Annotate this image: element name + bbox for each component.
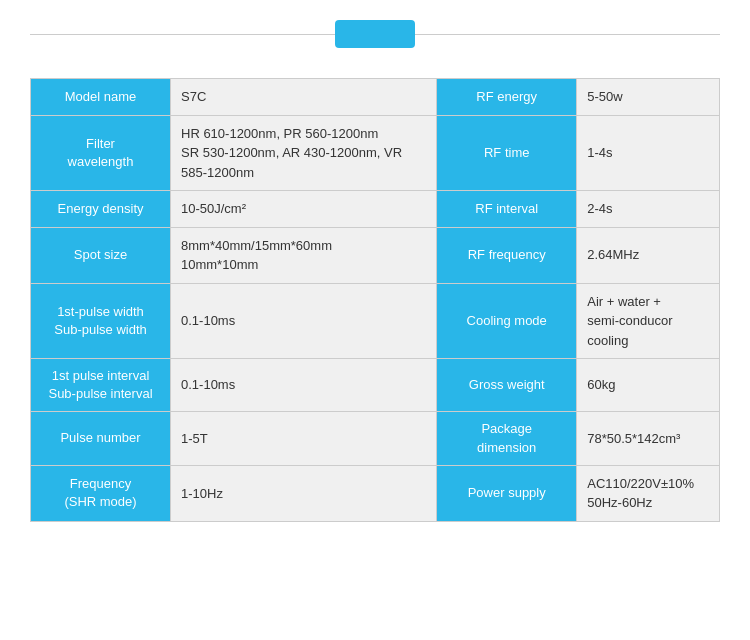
header-section bbox=[30, 20, 720, 48]
page: Model nameS7CRF energy5-50wFilterwavelen… bbox=[0, 0, 750, 640]
left-value-cell: 0.1-10ms bbox=[171, 283, 437, 359]
right-label-cell: RF energy bbox=[437, 79, 577, 116]
right-label-cell: RF interval bbox=[437, 191, 577, 228]
right-label-cell: Power supply bbox=[437, 465, 577, 521]
right-label-cell: Packagedimension bbox=[437, 412, 577, 465]
table-row: Spot size8mm*40mm/15mm*60mm10mm*10mmRF f… bbox=[31, 227, 720, 283]
right-value-cell: Air + water +semi-conducor cooling bbox=[577, 283, 720, 359]
right-label-cell: Cooling mode bbox=[437, 283, 577, 359]
left-value-cell: HR 610-1200nm, PR 560-1200nmSR 530-1200n… bbox=[171, 115, 437, 191]
table-row: Pulse number1-5TPackagedimension78*50.5*… bbox=[31, 412, 720, 465]
left-label-cell: Frequency(SHR mode) bbox=[31, 465, 171, 521]
page-title bbox=[335, 20, 415, 48]
left-label-cell: Filterwavelength bbox=[31, 115, 171, 191]
right-value-cell: 60kg bbox=[577, 359, 720, 412]
left-label-cell: 1st pulse intervalSub-pulse interval bbox=[31, 359, 171, 412]
table-row: 1st-pulse widthSub-pulse width0.1-10msCo… bbox=[31, 283, 720, 359]
left-value-cell: 1-5T bbox=[171, 412, 437, 465]
right-value-cell: 2-4s bbox=[577, 191, 720, 228]
right-label-cell: Gross weight bbox=[437, 359, 577, 412]
left-value-cell: 0.1-10ms bbox=[171, 359, 437, 412]
left-label-cell: 1st-pulse widthSub-pulse width bbox=[31, 283, 171, 359]
right-value-cell: AC110/220V±10%50Hz-60Hz bbox=[577, 465, 720, 521]
left-label-cell: Spot size bbox=[31, 227, 171, 283]
left-value-cell: 8mm*40mm/15mm*60mm10mm*10mm bbox=[171, 227, 437, 283]
table-row: Energy density10-50J/cm²RF interval2-4s bbox=[31, 191, 720, 228]
right-value-cell: 78*50.5*142cm³ bbox=[577, 412, 720, 465]
left-value-cell: 10-50J/cm² bbox=[171, 191, 437, 228]
left-label-cell: Pulse number bbox=[31, 412, 171, 465]
right-label-cell: RF time bbox=[437, 115, 577, 191]
table-row: Model nameS7CRF energy5-50w bbox=[31, 79, 720, 116]
right-value-cell: 1-4s bbox=[577, 115, 720, 191]
table-row: Frequency(SHR mode)1-10HzPower supplyAC1… bbox=[31, 465, 720, 521]
table-row: FilterwavelengthHR 610-1200nm, PR 560-12… bbox=[31, 115, 720, 191]
left-value-cell: 1-10Hz bbox=[171, 465, 437, 521]
right-value-cell: 5-50w bbox=[577, 79, 720, 116]
left-label-cell: Model name bbox=[31, 79, 171, 116]
right-label-cell: RF frequency bbox=[437, 227, 577, 283]
spec-table: Model nameS7CRF energy5-50wFilterwavelen… bbox=[30, 78, 720, 522]
left-value-cell: S7C bbox=[171, 79, 437, 116]
table-row: 1st pulse intervalSub-pulse interval0.1-… bbox=[31, 359, 720, 412]
left-label-cell: Energy density bbox=[31, 191, 171, 228]
right-value-cell: 2.64MHz bbox=[577, 227, 720, 283]
